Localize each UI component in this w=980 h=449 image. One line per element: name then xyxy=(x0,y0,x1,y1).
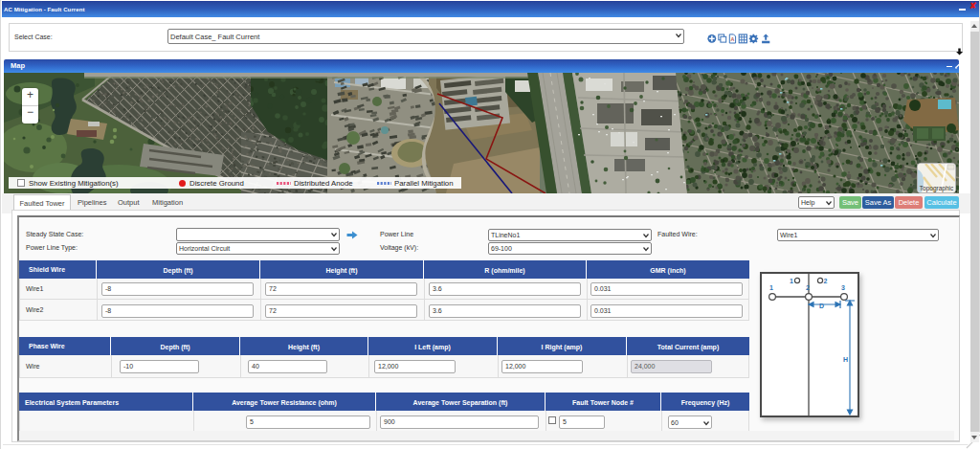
svg-text:2: 2 xyxy=(824,278,828,284)
svg-text:H: H xyxy=(843,356,848,363)
svg-text:2: 2 xyxy=(806,284,810,291)
svg-text:D: D xyxy=(819,303,824,309)
svg-text:3: 3 xyxy=(841,284,845,291)
svg-text:1: 1 xyxy=(790,278,793,284)
svg-text:A: A xyxy=(731,36,735,42)
svg-text:1: 1 xyxy=(769,284,773,291)
